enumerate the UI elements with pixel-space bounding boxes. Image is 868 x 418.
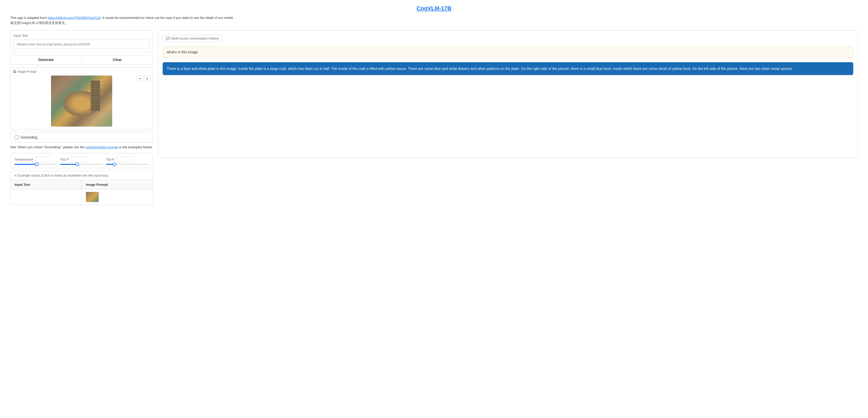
examples-cell-text [10,189,82,205]
top-p-fill [60,164,77,165]
edit-icon: ✏ [139,77,141,80]
top-p-thumb[interactable] [75,162,79,166]
app-title-link[interactable]: CogVLM-17B [417,5,452,11]
description-text: This app is adapted from https://github.… [10,16,858,20]
top-k-track[interactable] [106,164,149,165]
temperature-fill [14,164,37,165]
examples-col-image: Image Prompt [82,180,153,189]
image-icon-small: 🖼 [13,70,16,73]
examples-header[interactable]: ≡ Example Inputs (Click to insert an exa… [10,171,153,180]
temperature-header: Temperature 0.8 [14,156,57,162]
top-k-group: Top K 5 [106,156,149,165]
text-input[interactable] [13,39,150,49]
hint-suffix: or the examples below. [118,145,153,149]
food-image [51,76,112,126]
temperature-input[interactable]: 0.8 [35,156,51,162]
top-k-label: Top K [106,157,115,161]
button-row: Generate Clear [10,55,153,65]
hint-prefix: Hint: When you check "Grounding", please… [10,145,86,149]
corresponding-prompt-link[interactable]: corresponding prompt [86,145,118,149]
top-p-group: Top P 0.4 [60,156,103,165]
close-icon-small: ✕ [146,77,148,80]
conversation-tab[interactable]: 💬 Multi-round conversation History [162,35,222,42]
clear-button[interactable]: Clear [82,55,153,64]
description-prefix: This app is adapted from [10,16,48,20]
main-layout: Input Text Generate Clear 🖼 Image Prompt… [10,30,858,205]
right-panel: 💬 Multi-round conversation History what'… [158,30,858,158]
grounding-checkbox[interactable] [14,135,19,139]
top-k-thumb[interactable] [113,162,116,166]
note-text: 请注意CoogVLM-17B目前仅支持英文。 [10,21,858,25]
left-panel: Input Text Generate Clear 🖼 Image Prompt… [10,30,153,205]
examples-row-1[interactable] [10,189,153,205]
conversation-tab-label: Multi-round conversation History [172,36,219,40]
examples-table-header: Input Text Image Prompt [10,180,153,189]
remove-image-button[interactable]: ✕ [144,76,150,82]
examples-cell-image [82,189,153,205]
edit-image-button[interactable]: ✏ [137,76,143,82]
examples-col-input: Input Text [10,180,82,189]
top-k-header: Top K 5 [106,156,149,162]
chat-icon: 💬 [166,36,170,40]
top-p-header: Top P 0.4 [60,156,103,162]
image-container: ✏ ✕ [13,76,150,126]
temperature-track[interactable] [14,164,57,165]
input-text-section: Input Text [10,30,153,52]
user-message: what's in this image [162,46,854,58]
input-text-label: Input Text [13,34,150,37]
assistant-message: There is a blue and white plate in this … [162,62,854,75]
image-prompt-label: 🖼 Image Prompt [13,70,150,73]
grounding-section: Grounding [10,132,153,143]
app-title-section: CogVLM-17B [10,5,858,12]
slider-row: Temperature 0.8 Top P 0.4 [14,156,149,165]
image-prompt-section: 🖼 Image Prompt ✏ ✕ [10,67,153,129]
top-p-track[interactable] [60,164,103,165]
conversation-section: 💬 Multi-round conversation History what'… [158,30,858,158]
description-suffix: . It would be recommended to check out t… [100,16,234,20]
hint-text: Hint: When you check "Grounding", please… [10,145,153,149]
temperature-thumb[interactable] [35,162,38,166]
grounding-label: Grounding [21,135,37,139]
generate-button[interactable]: Generate [10,55,82,64]
examples-section: ≡ Example Inputs (Click to insert an exa… [10,171,153,205]
github-link[interactable]: https://github.com/THUDM/CogVLM [48,16,100,20]
top-p-label: Top P [60,157,69,161]
top-k-input[interactable]: 5 [117,156,132,162]
temperature-label: Temperature [14,157,33,161]
sliders-section: Temperature 0.8 Top P 0.4 [10,153,153,168]
image-actions: ✏ ✕ [137,76,150,82]
example-image-thumb [86,192,99,202]
top-p-input[interactable]: 0.4 [71,156,86,162]
temperature-group: Temperature 0.8 [14,156,57,165]
